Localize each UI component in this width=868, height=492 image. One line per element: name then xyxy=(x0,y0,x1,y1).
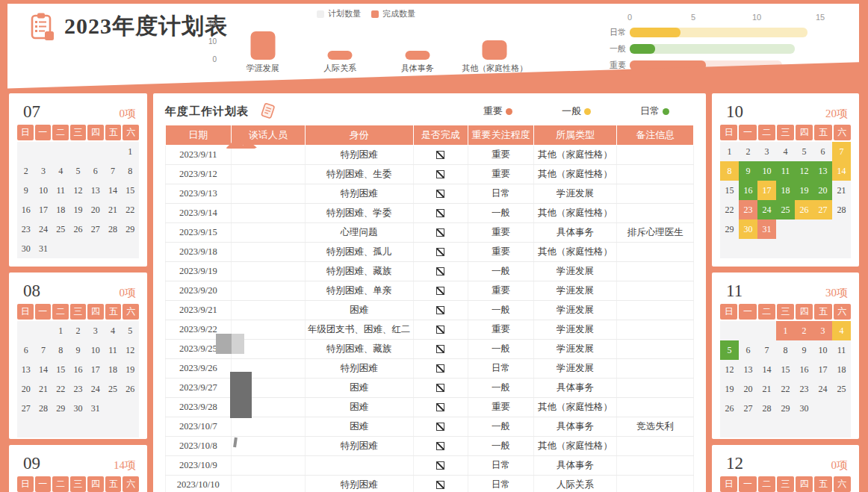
checked-checkbox[interactable] xyxy=(436,287,444,295)
day-cell[interactable]: 19 xyxy=(720,379,739,399)
checked-checkbox[interactable] xyxy=(436,461,444,470)
cell-done[interactable] xyxy=(413,203,468,222)
checked-checkbox[interactable] xyxy=(436,326,444,334)
cell-identity[interactable]: 特别困难 xyxy=(305,358,413,378)
day-cell[interactable]: 26 xyxy=(720,399,739,418)
day-cell[interactable]: 2 xyxy=(795,321,813,340)
day-cell[interactable]: 18 xyxy=(776,181,795,200)
day-cell[interactable]: 15 xyxy=(52,360,69,379)
cell-note[interactable] xyxy=(617,339,694,358)
day-cell[interactable]: 8 xyxy=(776,340,795,360)
day-cell[interactable]: 26 xyxy=(122,379,139,399)
day-cell[interactable]: 27 xyxy=(87,219,104,239)
day-cell[interactable]: 2 xyxy=(739,142,757,161)
day-cell[interactable]: 24 xyxy=(757,200,776,219)
cell-person[interactable] xyxy=(231,164,305,184)
cell-date[interactable]: 2023/9/14 xyxy=(166,203,232,222)
day-cell[interactable]: 1 xyxy=(122,142,139,161)
checked-checkbox[interactable] xyxy=(436,228,444,237)
cell-identity[interactable]: 特别困难、藏族 xyxy=(305,339,413,358)
cell-person[interactable] xyxy=(231,261,305,281)
day-cell[interactable]: 13 xyxy=(813,161,832,181)
day-cell[interactable]: 16 xyxy=(17,200,34,219)
checked-checkbox[interactable] xyxy=(436,170,444,178)
day-cell[interactable]: 13 xyxy=(87,181,104,200)
cell-done[interactable] xyxy=(413,417,468,436)
cell-done[interactable] xyxy=(413,358,468,378)
day-cell[interactable]: 25 xyxy=(52,219,69,239)
cell-priority[interactable]: 日常 xyxy=(468,455,534,475)
cell-date[interactable]: 2023/9/26 xyxy=(166,358,232,378)
cell-date[interactable]: 2023/10/9 xyxy=(166,455,232,475)
day-cell[interactable]: 17 xyxy=(757,181,776,200)
checked-checkbox[interactable] xyxy=(436,151,444,159)
cell-person[interactable] xyxy=(231,222,305,242)
cell-done[interactable] xyxy=(413,261,468,281)
cell-priority[interactable]: 一般 xyxy=(468,339,534,358)
cell-note[interactable]: 竞选失利 xyxy=(617,417,694,436)
day-cell[interactable]: 6 xyxy=(87,161,104,181)
checked-checkbox[interactable] xyxy=(436,306,444,314)
day-cell[interactable]: 6 xyxy=(17,340,34,360)
cell-date[interactable]: 2023/10/10 xyxy=(166,475,232,492)
day-cell[interactable]: 30 xyxy=(69,399,87,418)
cell-priority[interactable]: 日常 xyxy=(468,184,534,203)
day-cell[interactable]: 25 xyxy=(776,200,795,219)
cell-done[interactable] xyxy=(413,378,468,397)
cell-priority[interactable]: 重要 xyxy=(468,242,534,261)
cell-note[interactable] xyxy=(617,397,694,417)
day-cell[interactable]: 25 xyxy=(832,379,851,399)
day-cell[interactable]: 8 xyxy=(122,161,139,181)
cell-person[interactable] xyxy=(231,417,305,436)
cell-note[interactable] xyxy=(617,281,694,300)
day-cell[interactable]: 22 xyxy=(52,379,69,399)
day-cell[interactable]: 6 xyxy=(813,142,832,161)
cell-person[interactable] xyxy=(231,184,305,203)
day-cell[interactable]: 5 xyxy=(122,321,139,340)
day-cell[interactable]: 21 xyxy=(757,379,776,399)
day-cell[interactable]: 16 xyxy=(739,181,757,200)
cell-note[interactable] xyxy=(617,203,694,222)
cell-date[interactable]: 2023/9/21 xyxy=(166,300,232,320)
cell-identity[interactable]: 困难 xyxy=(305,300,413,320)
day-cell[interactable]: 9 xyxy=(739,161,757,181)
day-cell[interactable]: 4 xyxy=(832,321,851,340)
day-cell[interactable]: 29 xyxy=(122,219,139,239)
day-cell[interactable]: 20 xyxy=(17,379,34,399)
day-cell[interactable]: 9 xyxy=(795,340,813,360)
cell-date[interactable]: 2023/9/15 xyxy=(166,222,232,242)
cell-type[interactable]: 具体事务 xyxy=(533,417,617,436)
cell-done[interactable] xyxy=(413,397,468,417)
cell-note[interactable] xyxy=(617,300,694,320)
day-cell[interactable]: 20 xyxy=(87,200,104,219)
cell-type[interactable]: 其他（家庭性格） xyxy=(533,145,617,164)
checked-checkbox[interactable] xyxy=(436,442,444,450)
day-cell[interactable]: 12 xyxy=(720,360,739,379)
day-cell[interactable]: 14 xyxy=(34,360,52,379)
cell-type[interactable]: 具体事务 xyxy=(533,455,617,475)
cell-priority[interactable]: 一般 xyxy=(468,300,534,320)
day-cell[interactable]: 5 xyxy=(720,340,739,360)
cell-date[interactable]: 2023/10/7 xyxy=(166,417,232,436)
cell-done[interactable] xyxy=(413,242,468,261)
day-cell[interactable]: 26 xyxy=(795,200,813,219)
cell-date[interactable]: 2023/9/19 xyxy=(166,261,232,281)
cell-note[interactable] xyxy=(617,145,694,164)
day-cell[interactable]: 3 xyxy=(87,321,104,340)
cell-done[interactable] xyxy=(413,300,468,320)
day-cell[interactable]: 8 xyxy=(720,161,739,181)
day-cell[interactable]: 29 xyxy=(720,219,739,239)
day-cell[interactable]: 30 xyxy=(795,399,813,418)
cell-note[interactable] xyxy=(617,378,694,397)
day-cell[interactable]: 24 xyxy=(813,379,832,399)
cell-identity[interactable]: 特别困难、单亲 xyxy=(305,281,413,300)
day-cell[interactable]: 19 xyxy=(795,181,813,200)
day-cell[interactable]: 5 xyxy=(795,142,813,161)
cell-done[interactable] xyxy=(413,455,468,475)
day-cell[interactable]: 21 xyxy=(832,181,851,200)
day-cell[interactable]: 13 xyxy=(17,360,34,379)
day-cell[interactable]: 23 xyxy=(739,200,757,219)
day-cell[interactable]: 25 xyxy=(104,379,121,399)
cell-type[interactable]: 学涯发展 xyxy=(533,281,617,300)
day-cell[interactable]: 28 xyxy=(757,399,776,418)
